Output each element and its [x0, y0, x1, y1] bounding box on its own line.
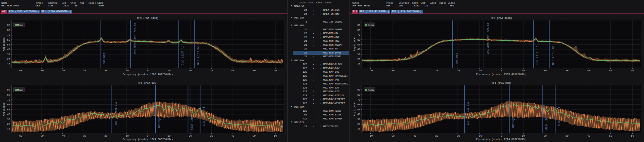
svg-text:Amplitude: Amplitude — [353, 37, 356, 51]
svg-text:60: 60 — [357, 103, 361, 106]
svg-text:-40: -40 — [412, 135, 417, 137]
svg-text:70: 70 — [7, 99, 10, 101]
svg-text:90: 90 — [7, 24, 10, 27]
svg-text:20: 20 — [189, 69, 192, 72]
svg-text:50: 50 — [357, 108, 361, 111]
svg-text:30: 30 — [210, 69, 213, 72]
svg-text:10: 10 — [357, 63, 361, 66]
svg-text:Mean: Mean — [368, 89, 374, 92]
svg-text:0: 0 — [501, 69, 502, 72]
svg-text:-60: -60 — [368, 135, 373, 137]
svg-text:-50: -50 — [39, 135, 44, 137]
svg-text:90: 90 — [7, 88, 10, 91]
svg-text:-30: -30 — [434, 69, 438, 72]
svg-text:60: 60 — [7, 103, 10, 106]
svg-text:40: 40 — [357, 48, 361, 51]
svg-text:50: 50 — [609, 69, 612, 72]
svg-text:Frequency (center 1224.006250M: Frequency (center 1224.006250MHz) — [476, 138, 527, 141]
svg-text:Mean: Mean — [17, 89, 23, 92]
svg-text:0: 0 — [147, 135, 149, 137]
svg-text:30: 30 — [357, 53, 361, 56]
svg-text:Frequency (center 1583.461250M: Frequency (center 1583.461250MHz) — [122, 73, 173, 76]
svg-text:30: 30 — [566, 69, 569, 72]
svg-text:10: 10 — [167, 135, 171, 137]
svg-text:-40: -40 — [412, 69, 417, 72]
svg-text:80: 80 — [357, 29, 361, 32]
svg-text:RF0 (PGA 33dB): RF0 (PGA 33dB) — [137, 17, 158, 20]
svg-text:Amplitude: Amplitude — [3, 102, 5, 116]
svg-text:50: 50 — [7, 43, 10, 46]
svg-text:60: 60 — [631, 69, 634, 72]
svg-text:-10: -10 — [477, 69, 482, 72]
svg-text:-20: -20 — [455, 69, 460, 72]
svg-text:-10: -10 — [477, 135, 482, 137]
svg-text:40: 40 — [231, 69, 235, 72]
svg-text:40: 40 — [231, 135, 235, 137]
svg-text:70: 70 — [357, 34, 361, 36]
svg-text:BDS B1I: BDS B1I — [103, 53, 106, 64]
svg-text:-50: -50 — [39, 69, 44, 72]
svg-text:GLO L1OF hi: GLO L1OF hi — [552, 45, 555, 65]
svg-text:40: 40 — [587, 69, 591, 72]
svg-text:-10: -10 — [124, 135, 129, 137]
svg-text:40: 40 — [7, 113, 10, 116]
svg-text:20: 20 — [189, 135, 192, 137]
svg-text:10: 10 — [7, 63, 10, 66]
svg-text:GLO L1OF hi: GLO L1OF hi — [197, 45, 200, 65]
svg-text:40: 40 — [587, 135, 591, 137]
svg-text:30: 30 — [7, 118, 10, 121]
svg-text:80: 80 — [7, 29, 10, 32]
svg-text:BDS B1I: BDS B1I — [455, 53, 458, 64]
svg-text:30: 30 — [357, 118, 361, 121]
svg-text:50: 50 — [253, 135, 256, 137]
svg-text:-30: -30 — [82, 69, 86, 72]
svg-text:-40: -40 — [60, 69, 65, 72]
svg-text:10: 10 — [522, 69, 525, 72]
svg-text:50: 50 — [253, 69, 256, 72]
svg-text:0: 0 — [147, 69, 149, 72]
svg-text:-50: -50 — [390, 69, 395, 72]
svg-text:80: 80 — [7, 94, 10, 96]
svg-text:40: 40 — [357, 113, 361, 116]
svg-text:90: 90 — [357, 24, 361, 27]
svg-text:60: 60 — [357, 39, 361, 41]
svg-text:RF0 (PGA 36dB): RF0 (PGA 36dB) — [491, 17, 512, 20]
svg-text:-50: -50 — [390, 135, 395, 137]
svg-text:10: 10 — [357, 128, 361, 131]
svg-text:Amplitude: Amplitude — [353, 102, 356, 116]
svg-text:20: 20 — [544, 135, 547, 137]
svg-text:-60: -60 — [18, 69, 22, 72]
svg-text:40: 40 — [7, 48, 10, 51]
svg-text:-60: -60 — [18, 135, 22, 137]
svg-text:Amplitude: Amplitude — [3, 37, 5, 51]
svg-text:70: 70 — [7, 34, 10, 36]
svg-text:50: 50 — [7, 108, 10, 111]
svg-text:-20: -20 — [103, 135, 108, 137]
svg-text:30: 30 — [7, 53, 10, 56]
svg-text:Frequency (center 1224.006250M: Frequency (center 1224.006250MHz) — [122, 138, 173, 141]
svg-text:90: 90 — [357, 88, 361, 91]
svg-text:30: 30 — [566, 135, 569, 137]
svg-text:50: 50 — [609, 135, 612, 137]
svg-text:GLO L1OF lo: GLO L1OF lo — [536, 45, 539, 65]
svg-text:RF1 (PGA 9dB): RF1 (PGA 9dB) — [491, 82, 511, 84]
svg-text:10: 10 — [7, 128, 10, 131]
svg-text:-20: -20 — [455, 135, 460, 137]
svg-text:10: 10 — [522, 135, 525, 137]
svg-text:70: 70 — [357, 99, 361, 101]
svg-text:RF1 (PGA 9dB): RF1 (PGA 9dB) — [138, 82, 158, 84]
svg-text:80: 80 — [357, 94, 361, 96]
svg-text:60: 60 — [631, 135, 634, 137]
svg-text:0: 0 — [501, 135, 502, 137]
svg-text:60: 60 — [274, 69, 277, 72]
svg-text:GPS/SBAS L1CA, GAL E1, BDS B1C: GPS/SBAS L1CA, GAL E1, BDS B1C — [487, 9, 489, 55]
svg-text:-20: -20 — [103, 69, 108, 72]
svg-text:Mean: Mean — [368, 24, 374, 27]
svg-text:GLO L1OF lo: GLO L1OF lo — [181, 45, 184, 65]
svg-text:Mean: Mean — [17, 24, 23, 27]
svg-text:-30: -30 — [82, 135, 86, 137]
svg-text:Frequency (center 1583.461250M: Frequency (center 1583.461250MHz) — [476, 73, 527, 76]
svg-text:GPS/SBAS L1CA, GAL E1, BDS B1C: GPS/SBAS L1CA, GAL E1, BDS B1C — [133, 9, 136, 55]
svg-text:60: 60 — [274, 135, 277, 137]
svg-text:-60: -60 — [368, 69, 373, 72]
